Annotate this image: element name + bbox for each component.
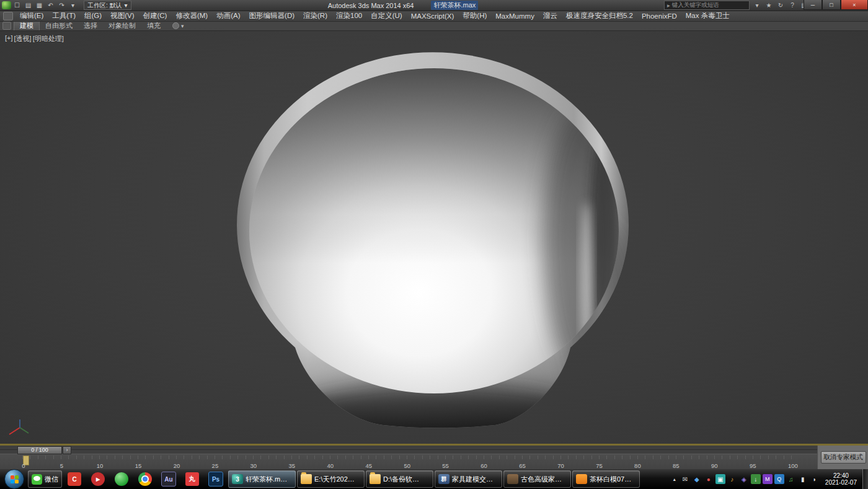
taskbar-window-button[interactable]: 古色高级家具... xyxy=(503,470,571,488)
track-bar[interactable]: 0 5 10 15 20 25 30 35 40 45 50 55 60 65 … xyxy=(0,454,817,470)
taskbar-pinned-app[interactable] xyxy=(133,470,157,488)
refresh-icon[interactable]: ↻ xyxy=(776,1,785,9)
tab-freeform[interactable]: 自由形式 xyxy=(40,21,78,30)
perspective-viewport[interactable]: [+] [透视] [明暗处理] xyxy=(0,30,868,444)
tray-record-icon[interactable]: ● xyxy=(704,474,714,484)
undo-icon[interactable]: ↶ xyxy=(45,1,56,10)
open-file-icon[interactable]: ▤ xyxy=(23,1,33,10)
taskbar-pinned-app[interactable]: 丸 xyxy=(180,470,204,488)
taskbar-window-button[interactable]: 群 家具建模交流群 xyxy=(435,470,502,488)
tray-audio-icon[interactable]: ♪ xyxy=(727,474,737,484)
taskbar-pinned-app[interactable]: C xyxy=(63,470,86,488)
wechat-icon xyxy=(32,474,42,485)
tray-gpu-icon[interactable]: ▣ xyxy=(715,474,725,484)
menu-item[interactable]: 组(G) xyxy=(80,11,106,20)
window-title: Autodesk 3ds Max 2014 x64 轩荣茶杯.max xyxy=(186,0,620,11)
tray-volume-icon[interactable]: ◗ xyxy=(810,474,820,484)
viewport-menu-view[interactable]: [透视] xyxy=(14,34,32,43)
new-file-icon[interactable]: ☐ xyxy=(12,1,22,10)
maximize-button[interactable]: □ xyxy=(822,0,841,10)
menu-item[interactable]: Max 杀毒卫士 xyxy=(681,11,734,20)
menu-item[interactable]: MaxMummy xyxy=(491,12,539,20)
qat-dropdown-icon[interactable]: ▾ xyxy=(68,1,78,10)
3dsmax-file-icon: 3 xyxy=(232,474,243,484)
taskbar-pinned-app[interactable]: ▶ xyxy=(86,470,110,488)
menu-item[interactable]: 视图(V) xyxy=(106,11,138,20)
taskbar-window-button[interactable]: 茶杯白模07 -... xyxy=(572,470,640,488)
menu-item[interactable]: 溜云 xyxy=(539,11,562,20)
tick-label: 70 xyxy=(557,462,564,469)
tab-populate[interactable]: 填充 xyxy=(141,21,166,30)
tray-qq-icon[interactable]: Q xyxy=(774,474,784,484)
menu-item[interactable]: 修改器(M) xyxy=(171,11,212,20)
start-button[interactable] xyxy=(4,469,24,489)
taskbar-window-button[interactable]: 3 轩荣茶杯.ma... xyxy=(228,470,296,488)
tick-label: 90 xyxy=(711,462,718,469)
chevron-down-icon: ▾ xyxy=(125,2,128,9)
tab-selection[interactable]: 选择 xyxy=(78,21,103,30)
menu-item[interactable]: 渲染(R) xyxy=(299,11,332,20)
taskbar-window-button[interactable]: D:\备份软件\... xyxy=(366,470,433,488)
ribbon-grip-icon[interactable] xyxy=(2,22,11,30)
tick-label: 95 xyxy=(750,462,756,469)
tick-label: 60 xyxy=(480,462,487,469)
time-slider-track[interactable]: 0 / 100 › xyxy=(0,446,817,454)
menu-item[interactable]: 编辑(E) xyxy=(16,11,48,20)
viewport-menu-shading[interactable]: [明暗处理] xyxy=(33,34,64,43)
taskbar-pinned-app[interactable] xyxy=(110,470,133,488)
taskbar-clock[interactable]: 22:40 2021-02-07 xyxy=(821,472,861,486)
taskbar-window-button[interactable]: E:\天竹2020\... xyxy=(297,470,365,488)
cancel-expert-mode-button[interactable]: 取消专家模式 xyxy=(821,451,866,464)
minimize-button[interactable]: ─ xyxy=(804,0,822,10)
taskbar-label: 微信 xyxy=(45,475,58,484)
menu-launcher-icon[interactable] xyxy=(3,12,13,20)
workspace-selector[interactable]: 工作区: 默认 ▾ xyxy=(84,1,131,10)
ribbon-caret-icon[interactable]: ▾ xyxy=(181,23,184,29)
close-button[interactable]: × xyxy=(841,0,868,10)
tray-music-icon[interactable]: ♫ xyxy=(786,474,796,484)
menu-item[interactable]: 极速度身安全归档5.2 xyxy=(562,11,637,20)
redo-icon[interactable]: ↷ xyxy=(56,1,67,10)
tray-network-icon[interactable]: ▮ xyxy=(798,474,808,484)
tray-download-icon[interactable]: ↓ xyxy=(751,474,761,484)
tick-label: 30 xyxy=(250,462,257,469)
menu-item[interactable]: 创建(C) xyxy=(138,11,171,20)
tab-modeling[interactable]: 建模 xyxy=(14,21,40,30)
ribbon-state-icon[interactable] xyxy=(172,22,179,29)
ribbon-options: ▾ xyxy=(172,22,184,29)
show-desktop-button[interactable] xyxy=(862,469,868,489)
tray-sync-icon[interactable]: ◆ xyxy=(692,474,702,484)
taskbar-pinned-app[interactable]: Ps xyxy=(204,470,228,488)
menu-item[interactable]: MAXScript(X) xyxy=(407,12,459,20)
menu-item[interactable]: 自定义(U) xyxy=(366,11,406,20)
folder-icon xyxy=(301,474,312,484)
viewport-label: [+] [透视] [明暗处理] xyxy=(5,34,64,43)
menu-item[interactable]: PhoenixFD xyxy=(637,12,681,20)
search-dropdown-icon[interactable]: ▾ xyxy=(753,1,761,9)
tick-label: 35 xyxy=(289,462,296,469)
taskbar-pinned-app[interactable]: Au xyxy=(157,470,180,488)
save-file-icon[interactable]: ▦ xyxy=(34,1,45,10)
menu-item[interactable]: 帮助(H) xyxy=(458,11,491,20)
tick-label: 50 xyxy=(404,462,410,469)
tick-label: 5 xyxy=(58,462,64,469)
tab-object-paint[interactable]: 对象绘制 xyxy=(103,21,141,30)
tray-mail-icon[interactable]: ✉ xyxy=(680,474,690,484)
menu-item[interactable]: 渲染100 xyxy=(332,11,366,20)
menu-item[interactable]: 图形编辑器(D) xyxy=(245,11,299,20)
menu-item[interactable]: 工具(T) xyxy=(48,11,80,20)
tray-security-icon[interactable]: ◈ xyxy=(739,474,749,484)
taskbar-window-wechat[interactable]: 微信 xyxy=(28,470,62,488)
viewport-menu-plus[interactable]: [+] xyxy=(5,34,13,43)
max-logo-icon[interactable] xyxy=(2,1,11,9)
tick-label: 10 xyxy=(97,462,104,469)
favorites-star-icon[interactable]: ★ xyxy=(764,1,773,9)
tray-messenger-icon[interactable]: M xyxy=(763,474,773,484)
tick-label: 80 xyxy=(634,462,641,469)
next-frame-button[interactable]: › xyxy=(63,446,71,454)
search-input[interactable]: ▸ 键入关键字或短语 xyxy=(664,1,750,10)
help-icon[interactable]: ? xyxy=(788,1,797,9)
time-slider-handle[interactable]: 0 / 100 xyxy=(17,446,62,454)
menu-item[interactable]: 动画(A) xyxy=(212,11,244,20)
tray-expand-icon[interactable]: ▴ xyxy=(670,474,679,484)
